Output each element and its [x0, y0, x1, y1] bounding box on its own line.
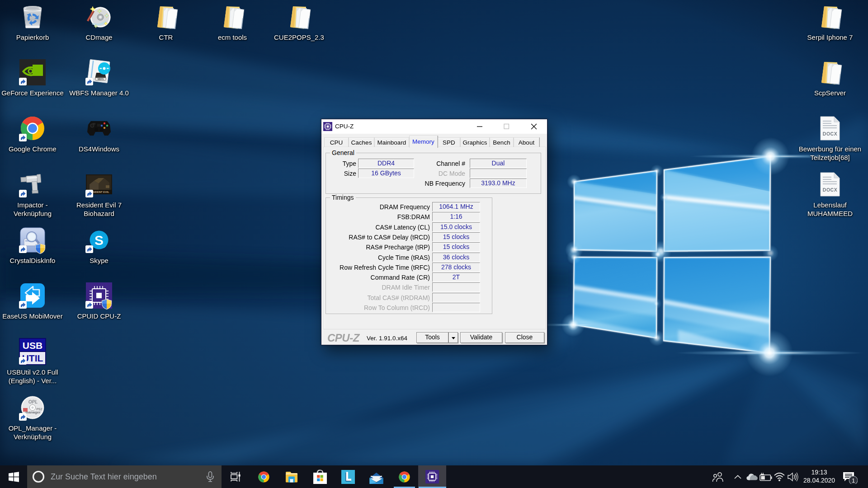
- svg-text:DOCX: DOCX: [823, 131, 837, 136]
- svg-text:PS2: PS2: [36, 408, 42, 411]
- svg-text:S: S: [94, 233, 104, 248]
- svg-text:1: 1: [852, 477, 855, 484]
- svg-text:WBFS: WBFS: [98, 78, 104, 80]
- svg-text:USB: USB: [23, 340, 42, 351]
- svg-text:manager: manager: [25, 410, 40, 414]
- svg-text:OPL: OPL: [28, 399, 38, 404]
- svg-text:DOCX: DOCX: [823, 187, 837, 192]
